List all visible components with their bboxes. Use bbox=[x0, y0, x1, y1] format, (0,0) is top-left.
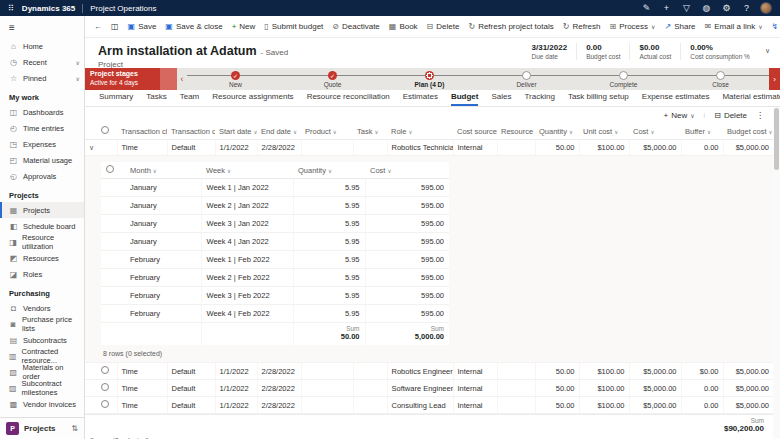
row-checkbox[interactable] bbox=[101, 383, 109, 391]
column-header[interactable]: Quantity bbox=[539, 127, 567, 136]
stage-quote[interactable]: ✓ Quote bbox=[284, 68, 381, 90]
column-header[interactable]: Product bbox=[305, 127, 331, 136]
column-header[interactable]: Transaction cate bbox=[171, 127, 215, 136]
sidebar-item-approvals[interactable]: ◵ Approvals bbox=[0, 168, 84, 184]
save-and-close-button[interactable]: ▣ Save & close bbox=[165, 22, 222, 31]
stage-close[interactable]: Close bbox=[672, 68, 769, 90]
tab-expense-estimates[interactable]: Expense estimates bbox=[642, 92, 710, 106]
sidebar-item-material-usage[interactable]: ◰ Material usage bbox=[0, 152, 84, 168]
back-icon[interactable]: ← bbox=[94, 22, 102, 31]
email-link-button[interactable]: ✉ Email a link ∨ bbox=[705, 22, 763, 31]
tab-summary[interactable]: Summary bbox=[99, 92, 133, 106]
sidebar-item-contracted-resource[interactable]: ▥ Contracted resource... bbox=[0, 348, 84, 364]
stage-plan[interactable]: Plan (4 D) bbox=[381, 68, 478, 90]
sidebar-item-expenses[interactable]: ◳ Expenses bbox=[0, 136, 84, 152]
hamburger-icon[interactable]: ≡ bbox=[9, 22, 15, 33]
share-button[interactable]: ↗ Share bbox=[664, 22, 695, 31]
column-header[interactable]: Unit cost bbox=[583, 127, 612, 136]
subgrid-row[interactable]: FebruaryWeek 3 | Feb 20225.95595.00 bbox=[101, 287, 449, 305]
sidebar-item-dashboards[interactable]: ◫ Dashboards bbox=[0, 104, 84, 120]
deactivate-button[interactable]: ⊘ Deactivate bbox=[332, 22, 380, 31]
column-header[interactable]: Budget cost bbox=[727, 127, 767, 136]
select-all-checkbox[interactable] bbox=[106, 165, 114, 173]
book-button[interactable]: ▦ Book bbox=[389, 22, 418, 31]
column-header[interactable]: Cost source bbox=[457, 127, 497, 136]
sidebar-item-recent[interactable]: ◷ Recent ∨ bbox=[0, 54, 84, 70]
sidebar-item-roles[interactable]: ◪ Roles bbox=[0, 266, 84, 282]
column-header[interactable]: Week bbox=[206, 166, 225, 175]
sidebar-item-schedule-board[interactable]: ◧ Schedule board bbox=[0, 218, 84, 234]
chevron-down-icon[interactable]: ∨ bbox=[76, 59, 80, 66]
column-header[interactable]: Month bbox=[130, 166, 151, 175]
stage-scroll-right-icon[interactable]: › bbox=[769, 68, 780, 90]
sidebar-item-home[interactable]: ⌂ Home bbox=[0, 38, 84, 54]
column-header[interactable]: End date bbox=[261, 127, 291, 136]
compose-icon[interactable]: ✎ bbox=[640, 3, 653, 13]
chevron-down-icon[interactable]: ∨ bbox=[76, 75, 80, 82]
tab-tracking[interactable]: Tracking bbox=[524, 92, 554, 106]
row-expander-icon[interactable]: ∨ bbox=[89, 144, 94, 151]
column-header[interactable]: Resource bbox=[501, 127, 533, 136]
stage-deliver[interactable]: Deliver bbox=[478, 68, 575, 90]
sidebar-item-subcontract-milestones[interactable]: ▨ Subcontract milestones bbox=[0, 380, 84, 396]
add-icon[interactable]: + bbox=[660, 3, 673, 13]
subgrid-row[interactable]: JanuaryWeek 4 | Jan 20225.95595.00 bbox=[101, 233, 449, 251]
row-checkbox[interactable] bbox=[101, 366, 109, 374]
sidebar-item-purchase-price-lists[interactable]: ◙ Purchase price lists bbox=[0, 316, 84, 332]
sidebar-item-pinned[interactable]: ☆ Pinned ∨ bbox=[0, 70, 84, 86]
flow-button[interactable]: ↯ Flow ∨ bbox=[772, 22, 780, 31]
tab-estimates[interactable]: Estimates bbox=[403, 92, 438, 106]
tab-resource-reconciliation[interactable]: Resource reconciliation bbox=[307, 92, 390, 106]
filter-icon[interactable]: ▽ bbox=[680, 3, 693, 13]
new-button[interactable]: + New bbox=[232, 22, 256, 31]
area-switcher[interactable]: P Projects ⇅ bbox=[0, 417, 84, 439]
process-button[interactable]: ⊞ Process ∨ bbox=[609, 22, 655, 31]
gear-icon[interactable]: ⚙ bbox=[720, 3, 733, 13]
sidebar-item-resource-utilization[interactable]: ◨ Resource utilization bbox=[0, 234, 84, 250]
column-header[interactable]: Task bbox=[357, 127, 372, 136]
avatar[interactable] bbox=[760, 2, 772, 14]
sidebar-item-projects[interactable]: ▦ Projects bbox=[0, 202, 84, 218]
help-icon[interactable]: ? bbox=[740, 3, 753, 13]
sidebar-item-vendors[interactable]: ◘ Vendors bbox=[0, 300, 84, 316]
area-switch-icon[interactable]: ⇅ bbox=[71, 424, 78, 433]
column-header[interactable]: Cost bbox=[370, 166, 385, 175]
subgrid-row[interactable]: JanuaryWeek 1 | Jan 20225.95595.00 bbox=[101, 179, 449, 197]
tab-task-billing-setup[interactable]: Task billing setup bbox=[568, 92, 629, 106]
tab-resource-assignments[interactable]: Resource assignments bbox=[212, 92, 293, 106]
subgrid-row[interactable]: JanuaryWeek 2 | Jan 20225.95595.00 bbox=[101, 197, 449, 215]
table-row[interactable]: Time Default 1/1/2022 2/28/2022 Software… bbox=[85, 380, 773, 397]
table-row[interactable]: Time Default 1/1/2022 2/28/2022 Consulti… bbox=[85, 397, 773, 414]
column-header[interactable]: Transaction class bbox=[121, 127, 167, 136]
waffle-icon[interactable]: ⠿ bbox=[8, 4, 15, 13]
sidebar-item-materials-on-order[interactable]: ▧ Materials on order bbox=[0, 364, 84, 380]
vertical-scrollbar[interactable] bbox=[773, 107, 780, 439]
refresh-button[interactable]: ↻ Refresh bbox=[563, 22, 601, 31]
column-header[interactable]: Quantity bbox=[298, 166, 326, 175]
column-header[interactable]: Cost bbox=[633, 127, 648, 136]
subgrid-row[interactable]: FebruaryWeek 1 | Feb 20225.95595.00 bbox=[101, 251, 449, 269]
delete-button[interactable]: ⊟ Delete bbox=[427, 22, 460, 31]
header-chevron-icon[interactable]: ∨ bbox=[765, 43, 770, 55]
bell-icon[interactable]: ◍ bbox=[700, 3, 713, 13]
column-header[interactable]: Role bbox=[391, 127, 406, 136]
tab-material-estimates[interactable]: Material estimates bbox=[722, 92, 780, 106]
subgrid-row[interactable]: JanuaryWeek 3 | Jan 20225.95595.00 bbox=[101, 215, 449, 233]
column-header[interactable]: Start date bbox=[219, 127, 252, 136]
stage-complete[interactable]: Complete bbox=[575, 68, 672, 90]
column-header[interactable]: Buffer bbox=[685, 127, 705, 136]
sidebar-item-vendor-invoices[interactable]: ▩ Vendor invoices bbox=[0, 396, 84, 412]
table-row[interactable]: ∨ Time Default 1/1/2022 2/28/2022 Roboti… bbox=[85, 140, 773, 156]
subgrid-row[interactable]: FebruaryWeek 4 | Feb 20225.95595.00 bbox=[101, 305, 449, 323]
submit-budget-button[interactable]: ▯ Submit budget bbox=[264, 22, 323, 31]
grid-delete-button[interactable]: ⊟ Delete bbox=[714, 111, 747, 120]
grid-new-button[interactable]: + New ∨ bbox=[664, 111, 695, 120]
grid-more-icon[interactable]: ⋮ bbox=[756, 111, 764, 120]
refresh-project-totals-button[interactable]: ↻ Refresh project totals bbox=[468, 22, 553, 31]
subgrid-row[interactable]: FebruaryWeek 2 | Feb 20225.95595.00 bbox=[101, 269, 449, 287]
side-panel-icon[interactable]: ◫ bbox=[111, 22, 119, 31]
tab-tasks[interactable]: Tasks bbox=[146, 92, 166, 106]
sidebar-item-time-entries[interactable]: ◴ Time entries bbox=[0, 120, 84, 136]
save-button[interactable]: ▣ Save bbox=[128, 22, 157, 31]
stage-scroll-left-icon[interactable]: ‹ bbox=[177, 68, 187, 90]
